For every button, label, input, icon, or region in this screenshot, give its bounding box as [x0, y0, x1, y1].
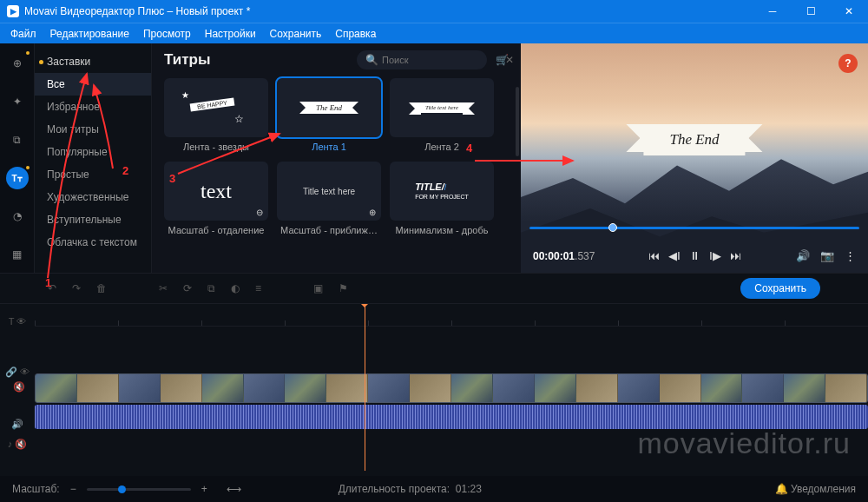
zoom-fit-icon[interactable]: ⟷	[227, 483, 241, 495]
frame-forward-icon[interactable]: Ⅰ▶	[709, 249, 721, 262]
content-scrollbar[interactable]	[516, 87, 519, 156]
play-pause-icon[interactable]: ⏸	[689, 249, 700, 262]
timeline-track-headers: T 👁 🔗 👁 🔇 🔊 ♪ 🔇	[0, 304, 35, 471]
app-logo-icon: ▶	[7, 5, 19, 17]
zoom-slider[interactable]	[87, 488, 191, 491]
preview-panel: The End ? 00:00:01.537 ⏮ ◀Ⅰ ⏸ Ⅰ▶ ⏭ 🔊 📷 ⋮	[521, 43, 868, 273]
search-box[interactable]: 🔍 ✕	[357, 50, 487, 69]
zoom-out-icon: ⊖	[256, 208, 263, 217]
zoom-slider-knob[interactable]	[118, 485, 126, 493]
category-item-favorites[interactable]: Избранное	[35, 96, 151, 118]
zoom-label: Масштаб:	[12, 483, 60, 495]
menu-help[interactable]: Справка	[335, 28, 376, 40]
search-input[interactable]	[378, 53, 505, 67]
rotate-icon[interactable]: ⟳	[183, 282, 192, 294]
preview-menu-icon[interactable]: ⋮	[845, 249, 856, 262]
link-track-icon: 🔗	[5, 367, 17, 378]
menu-edit[interactable]: Редактирование	[50, 28, 129, 40]
track-header-audio-link[interactable]: 🔇	[10, 381, 25, 393]
snapshot-icon[interactable]: 📷	[820, 249, 834, 262]
title-card-minimalism-slash[interactable]: TITLE//FOR MY PROJECT	[390, 162, 494, 221]
track-header-audio[interactable]: 🔊	[11, 419, 23, 430]
crop-icon[interactable]: ⧉	[207, 282, 215, 294]
menu-file[interactable]: Файл	[10, 28, 36, 40]
category-item-popular[interactable]: Популярные	[35, 141, 151, 163]
preview-seek-bar[interactable]	[529, 227, 859, 229]
export-button[interactable]: Сохранить	[740, 278, 820, 299]
title-card-ribbon-1[interactable]: The End	[277, 78, 381, 137]
card-label: Лента 2	[424, 142, 459, 153]
video-track[interactable]	[35, 373, 868, 403]
record-icon[interactable]: ▣	[313, 282, 323, 294]
preview-viewport[interactable]: The End ?	[521, 43, 868, 273]
timeline-tracks[interactable]	[35, 304, 868, 471]
rail-more-button[interactable]: ▦	[6, 243, 29, 266]
menu-save[interactable]: Сохранить	[270, 28, 322, 40]
timeline-panel: T 👁 🔗 👁 🔇 🔊 ♪ 🔇	[0, 304, 868, 471]
visibility-icon[interactable]: 👁	[16, 316, 26, 327]
video-clip[interactable]	[35, 373, 868, 403]
card-label: Масштаб - отдаление	[168, 225, 265, 236]
track-header-video[interactable]: 🔗 👁	[5, 367, 30, 378]
volume-icon[interactable]: 🔊	[796, 249, 810, 262]
visibility-icon[interactable]: 👁	[20, 367, 30, 378]
timecode: 00:00:01.537	[533, 250, 595, 262]
titlebar: ▶ Movavi Видеоредактор Плюс – Новый прое…	[0, 0, 868, 23]
redo-icon[interactable]: ↷	[72, 282, 81, 294]
category-item-artistic[interactable]: Художественные	[35, 186, 151, 208]
color-adjust-icon[interactable]: ◐	[231, 282, 240, 294]
category-item-all[interactable]: Все	[35, 73, 151, 96]
skip-start-icon[interactable]: ⏮	[648, 249, 660, 262]
cut-icon[interactable]: ✂	[159, 282, 168, 294]
card-label: Лента 1	[312, 142, 346, 153]
main-area: ⊕ ✦ ⧉ Tᴛ ◔ ▦ Заставки Все Избранное Мои …	[0, 43, 868, 273]
audio-clip[interactable]	[35, 405, 868, 429]
card-sample-text: TITLE//FOR MY PROJECT	[415, 182, 469, 201]
skip-end-icon[interactable]: ⏭	[730, 249, 741, 262]
window-maximize-button[interactable]: ☐	[792, 0, 830, 23]
titles-grid: ★ ☆ BE HAPPY Лента - звезды The End Лент…	[164, 78, 509, 236]
mute-icon[interactable]: 🔇	[13, 381, 25, 393]
clip-properties-icon[interactable]: ≡	[255, 282, 261, 294]
category-header[interactable]: Заставки	[35, 50, 151, 73]
frame-back-icon[interactable]: ◀Ⅰ	[668, 249, 681, 262]
delete-icon[interactable]: 🗑	[96, 282, 107, 294]
marker-icon[interactable]: ⚑	[339, 282, 348, 294]
rail-stickers-button[interactable]: ◔	[6, 205, 29, 228]
timeline-ruler[interactable]	[35, 311, 868, 327]
window-close-button[interactable]: ✕	[830, 0, 868, 23]
category-item-intros[interactable]: Вступительные	[35, 208, 151, 231]
mute-icon[interactable]: 🔇	[15, 439, 27, 450]
annotation-number-4: 4	[466, 142, 472, 155]
category-item-simple[interactable]: Простые	[35, 163, 151, 186]
cart-icon[interactable]: 🛒	[496, 54, 509, 66]
title-card-zoom-in[interactable]: Title text here ⊕	[277, 162, 381, 221]
menu-settings[interactable]: Настройки	[205, 28, 256, 40]
zoom-out-minus-icon[interactable]: −	[70, 483, 76, 495]
track-header-music[interactable]: ♪ 🔇	[8, 439, 28, 450]
title-card-ribbon-stars[interactable]: ★ ☆ BE HAPPY	[164, 78, 268, 137]
rail-transitions-button[interactable]: ⧉	[6, 129, 29, 151]
timeline-playhead[interactable]	[365, 304, 365, 471]
timeline-toolbar: ↶ ↷ 🗑 ✂ ⟳ ⧉ ◐ ≡ ▣ ⚑ Сохранить	[0, 273, 868, 304]
help-button[interactable]: ?	[838, 54, 858, 73]
category-item-speech-bubbles[interactable]: Облачка с текстом	[35, 231, 151, 254]
title-card-zoom-out[interactable]: text ⊖	[164, 162, 268, 221]
menu-view[interactable]: Просмотр	[143, 28, 191, 40]
duration-label: Длительность проекта: 01:23	[339, 483, 482, 495]
track-header-title[interactable]: T 👁	[9, 316, 27, 327]
rail-effects-button[interactable]: ✦	[6, 90, 29, 113]
notifications-button[interactable]: 🔔 Уведомления	[775, 483, 856, 495]
rail-import-button[interactable]: ⊕	[6, 52, 29, 75]
content-title: Титры	[164, 51, 210, 69]
tool-rail: ⊕ ✦ ⧉ Tᴛ ◔ ▦	[0, 43, 35, 273]
card-label: Масштаб - приближ…	[280, 225, 378, 236]
preview-controls: 00:00:01.537 ⏮ ◀Ⅰ ⏸ Ⅰ▶ ⏭ 🔊 📷 ⋮	[521, 249, 868, 262]
category-item-my-titles[interactable]: Мои титры	[35, 118, 151, 141]
title-card-ribbon-2[interactable]: Title text here	[390, 78, 494, 137]
window-minimize-button[interactable]: ─	[753, 0, 792, 23]
rail-titles-button[interactable]: Tᴛ	[6, 167, 29, 189]
zoom-in-plus-icon[interactable]: +	[201, 483, 207, 495]
search-icon: 🔍	[365, 54, 378, 66]
card-sample-text: BE HAPPY	[190, 97, 235, 111]
